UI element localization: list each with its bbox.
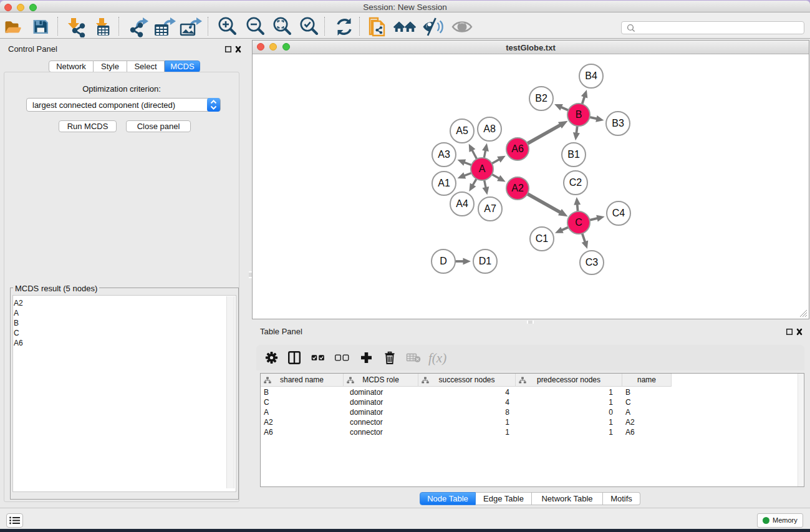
svg-text:C: C xyxy=(575,217,582,228)
svg-text:A3: A3 xyxy=(438,149,450,160)
svg-text:C4: C4 xyxy=(612,208,625,218)
svg-text:A1: A1 xyxy=(438,178,450,188)
svg-text:A4: A4 xyxy=(456,198,468,209)
svg-text:B1: B1 xyxy=(567,149,580,160)
svg-text:C1: C1 xyxy=(536,233,549,244)
svg-text:A: A xyxy=(479,163,486,174)
svg-text:B4: B4 xyxy=(585,70,597,81)
svg-text:B3: B3 xyxy=(612,118,624,128)
svg-text:B2: B2 xyxy=(535,93,547,104)
svg-text:D: D xyxy=(440,256,447,266)
svg-text:D1: D1 xyxy=(479,256,492,266)
svg-text:C3: C3 xyxy=(586,257,599,268)
svg-text:B: B xyxy=(576,109,582,120)
svg-text:A2: A2 xyxy=(511,183,524,193)
svg-text:f(x): f(x) xyxy=(428,351,446,365)
svg-text:A6: A6 xyxy=(511,143,524,154)
svg-text:A7: A7 xyxy=(484,203,496,214)
svg-text:C2: C2 xyxy=(569,177,582,188)
svg-text:A8: A8 xyxy=(483,123,496,134)
svg-text:A5: A5 xyxy=(456,125,468,136)
